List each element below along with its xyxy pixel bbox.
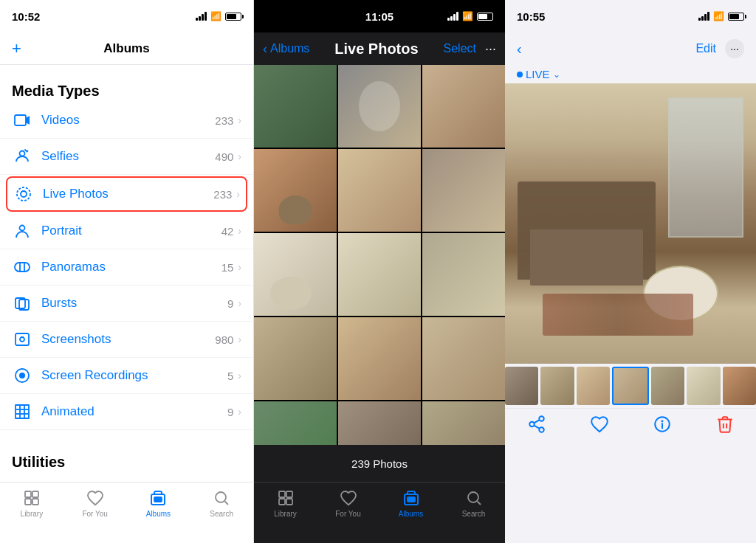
svg-rect-35: [279, 499, 285, 505]
search-tab-label-1: Search: [210, 510, 233, 518]
search-tab-label-2: Search: [462, 510, 486, 518]
albums-tab-label-2: Albums: [399, 510, 423, 518]
live-photos-chevron: ›: [236, 188, 240, 200]
live-badge[interactable]: LIVE ⌄: [505, 65, 756, 83]
grid-cell-9[interactable]: [422, 233, 505, 316]
svg-line-40: [477, 502, 481, 505]
svg-rect-28: [32, 499, 38, 505]
search-tab-icon-2: [464, 488, 484, 508]
main-photo-display: [505, 83, 756, 364]
library-tab-label-2: Library: [274, 510, 297, 518]
add-album-button[interactable]: +: [12, 39, 21, 58]
portrait-label: Portrait: [41, 224, 221, 238]
grid-cell-11[interactable]: [338, 317, 421, 400]
select-button[interactable]: Select: [444, 42, 476, 55]
favorite-button[interactable]: [568, 415, 630, 434]
media-item-videos[interactable]: Videos 233 ›: [0, 103, 253, 139]
screen-recordings-icon: [12, 365, 32, 386]
screen-recordings-count: 5: [227, 370, 233, 382]
thumb-1[interactable]: [505, 367, 538, 405]
grid-cell-7[interactable]: [254, 233, 337, 316]
svg-point-5: [20, 226, 25, 231]
grid-cell-10[interactable]: [254, 317, 337, 400]
grid-signal-icon: [447, 12, 458, 21]
main-photo-image: [505, 83, 756, 364]
thumb-6[interactable]: [687, 367, 720, 405]
grid-cell-12[interactable]: [422, 317, 505, 400]
videos-chevron: ›: [238, 114, 241, 126]
thumb-2[interactable]: [540, 367, 574, 405]
viewer-back-button[interactable]: ‹: [517, 41, 522, 58]
grid-cell-15[interactable]: [422, 401, 505, 445]
animated-label: Animated: [41, 404, 227, 419]
thumb-7[interactable]: [723, 367, 756, 405]
status-icons-1: 📶: [196, 11, 241, 21]
delete-button[interactable]: [693, 415, 756, 434]
media-item-animated[interactable]: Animated 9 ›: [0, 394, 253, 430]
tab-albums-2[interactable]: Albums: [379, 488, 442, 518]
tab-for-you-1[interactable]: For You: [63, 488, 127, 518]
video-icon: [12, 110, 32, 131]
thumb-5[interactable]: [651, 367, 684, 405]
svg-point-31: [216, 492, 226, 502]
albums-nav: + Albums: [0, 32, 253, 65]
media-item-screen-recordings[interactable]: Screen Recordings 5 ›: [0, 358, 253, 394]
svg-rect-26: [32, 491, 38, 497]
albums-tab-label-1: Albums: [146, 510, 171, 518]
bursts-icon: [12, 293, 32, 314]
media-item-portrait[interactable]: Portrait 42 ›: [0, 213, 253, 249]
grid-cell-13[interactable]: [254, 401, 337, 445]
tab-library-1[interactable]: Library: [0, 488, 63, 518]
grid-cell-14[interactable]: [338, 401, 421, 445]
screen-recordings-label: Screen Recordings: [41, 368, 227, 383]
media-item-selfies[interactable]: Selfies 490 ›: [0, 139, 253, 175]
tab-library-2[interactable]: Library: [254, 488, 317, 518]
svg-marker-16: [16, 405, 29, 418]
grid-cell-4[interactable]: [254, 149, 337, 232]
library-tab-label-1: Library: [21, 510, 44, 518]
thumb-3[interactable]: [577, 367, 610, 405]
tab-search-2[interactable]: Search: [442, 488, 505, 518]
more-options-viewer-button[interactable]: ···: [725, 39, 744, 58]
info-button[interactable]: [630, 415, 693, 434]
viewer-signal-icon: [698, 12, 709, 21]
tab-for-you-2[interactable]: For You: [317, 488, 379, 518]
grid-cell-1[interactable]: [254, 65, 337, 148]
grid-status-time: 11:05: [365, 10, 394, 23]
photo-count: 239 Photos: [351, 457, 408, 470]
bursts-count: 9: [227, 297, 233, 310]
tab-albums-1[interactable]: Albums: [127, 488, 190, 518]
share-button[interactable]: [505, 415, 568, 434]
signal-icon-1: [196, 12, 207, 21]
svg-rect-38: [408, 497, 415, 502]
screenshots-icon: [12, 329, 32, 350]
svg-rect-27: [25, 499, 31, 505]
back-albums-label: Albums: [270, 42, 309, 55]
grid-cell-5[interactable]: [338, 149, 421, 232]
svg-rect-33: [279, 491, 285, 497]
svg-point-3: [21, 191, 27, 197]
grid-cell-3[interactable]: [422, 65, 505, 148]
media-item-panoramas[interactable]: Panoramas 15 ›: [0, 249, 253, 286]
live-photos-label: Live Photos: [43, 187, 213, 201]
back-to-albums-button[interactable]: ‹ Albums: [263, 41, 309, 57]
photo-grid: [254, 65, 505, 445]
bottom-tabs-1: Library For You Albums Search: [0, 482, 253, 543]
grid-cell-2[interactable]: [338, 65, 421, 148]
media-item-screenshots[interactable]: Screenshots 980 ›: [0, 322, 253, 358]
edit-button[interactable]: Edit: [695, 42, 716, 55]
media-item-imports[interactable]: Imports 2,487 ›: [0, 474, 253, 482]
media-item-live-photos[interactable]: Live Photos 233 ›: [6, 176, 247, 212]
albums-tab-icon-2: [402, 488, 421, 508]
panoramas-icon: [12, 257, 32, 277]
screenshots-count: 980: [215, 333, 233, 346]
grid-cell-6[interactable]: [422, 149, 505, 232]
thumb-4[interactable]: [612, 367, 648, 405]
more-options-button[interactable]: ···: [485, 41, 496, 57]
tab-search-1[interactable]: Search: [190, 488, 253, 518]
grid-cell-8[interactable]: [338, 233, 421, 316]
back-chevron-icon: ‹: [263, 41, 267, 57]
viewer-toolbar: [505, 408, 756, 469]
live-chevron-icon: ⌄: [553, 69, 560, 80]
media-item-bursts[interactable]: Bursts 9 ›: [0, 286, 253, 322]
